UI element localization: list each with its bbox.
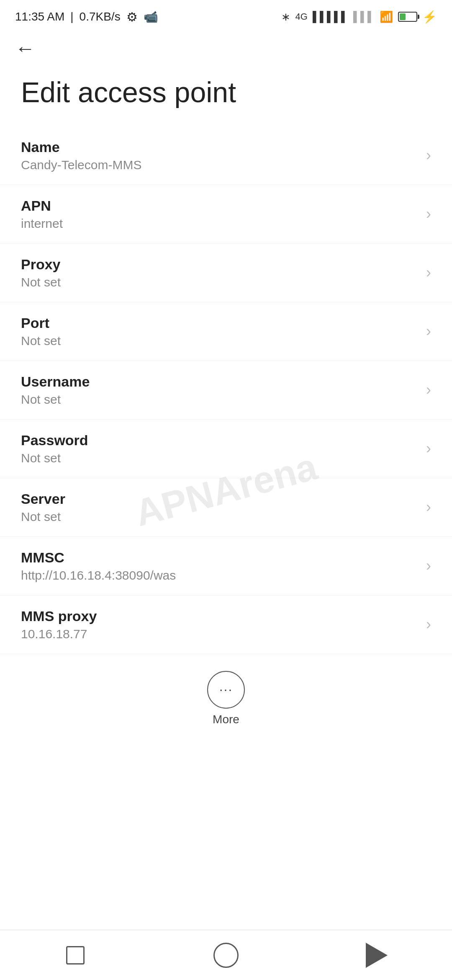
battery-fill (400, 13, 406, 20)
nav-back-button[interactable] (352, 939, 402, 972)
nav-home-button[interactable] (201, 939, 251, 972)
settings-label-server: Server (21, 491, 418, 507)
settings-item-content-mmsc: MMSC http://10.16.18.4:38090/was (21, 549, 418, 583)
chevron-right-name: › (426, 147, 431, 164)
settings-value-apn: internet (21, 217, 418, 231)
settings-list: Name Candy-Telecom-MMS › APN internet › … (0, 126, 452, 654)
settings-label-name: Name (21, 139, 418, 155)
settings-item-password[interactable]: Password Not set › (0, 420, 452, 478)
settings-item-mmsc[interactable]: MMSC http://10.16.18.4:38090/was › (0, 537, 452, 596)
settings-value-port: Not set (21, 334, 418, 348)
settings-item-content-apn: APN internet (21, 198, 418, 231)
nav-triangle-icon (366, 943, 388, 968)
wifi-icon: 📶 (380, 10, 393, 23)
status-bar: 11:35 AM | 0.7KB/s ⚙ 📹 ∗ 4G ▌▌▌▌▌ ▌▌▌ 📶 … (0, 0, 452, 30)
settings-value-username: Not set (21, 392, 418, 407)
settings-item-mms-proxy[interactable]: MMS proxy 10.16.18.77 › (0, 596, 452, 654)
chevron-right-port: › (426, 322, 431, 340)
chevron-right-password: › (426, 440, 431, 457)
settings-value-mms-proxy: 10.16.18.77 (21, 627, 418, 641)
settings-item-name[interactable]: Name Candy-Telecom-MMS › (0, 126, 452, 185)
bottom-nav (0, 930, 452, 980)
settings-label-username: Username (21, 374, 418, 390)
network-4g-icon: 4G (295, 11, 308, 22)
settings-item-apn[interactable]: APN internet › (0, 185, 452, 244)
status-right: ∗ 4G ▌▌▌▌▌ ▌▌▌ 📶 ⚡ (281, 10, 437, 24)
page-title: Edit access point (0, 63, 452, 126)
settings-item-content-password: Password Not set (21, 432, 418, 465)
chevron-right-mms-proxy: › (426, 616, 431, 633)
nav-circle-icon (213, 943, 239, 968)
battery-box (398, 12, 417, 22)
settings-value-proxy: Not set (21, 275, 418, 289)
more-button[interactable]: ··· (207, 671, 245, 709)
signal-bars2-icon: ▌▌▌ (353, 11, 375, 23)
bluetooth-icon: ∗ (281, 10, 290, 23)
settings-item-content-server: Server Not set (21, 491, 418, 524)
settings-label-port: Port (21, 315, 418, 331)
settings-item-port[interactable]: Port Not set › (0, 302, 452, 361)
more-button-area: ··· More (0, 654, 452, 739)
status-time: 11:35 AM (15, 10, 64, 23)
settings-label-password: Password (21, 432, 418, 449)
settings-icon: ⚙ (126, 10, 138, 24)
back-button[interactable]: ← (15, 39, 35, 59)
chevron-right-server: › (426, 498, 431, 516)
settings-label-proxy: Proxy (21, 256, 418, 273)
settings-value-server: Not set (21, 510, 418, 524)
nav-recents-button[interactable] (50, 939, 100, 972)
chevron-right-apn: › (426, 205, 431, 223)
status-speed: 0.7KB/s (80, 10, 121, 23)
settings-item-content-username: Username Not set (21, 374, 418, 407)
top-nav: ← (0, 30, 452, 63)
settings-label-mmsc: MMSC (21, 549, 418, 566)
settings-item-content-mms-proxy: MMS proxy 10.16.18.77 (21, 608, 418, 641)
chevron-right-mmsc: › (426, 557, 431, 575)
settings-item-server[interactable]: Server Not set › (0, 478, 452, 537)
settings-label-mms-proxy: MMS proxy (21, 608, 418, 624)
settings-item-proxy[interactable]: Proxy Not set › (0, 244, 452, 302)
settings-item-username[interactable]: Username Not set › (0, 361, 452, 420)
signal-bars-icon: ▌▌▌▌▌ (313, 11, 348, 23)
settings-item-content-port: Port Not set (21, 315, 418, 348)
settings-item-content-proxy: Proxy Not set (21, 256, 418, 289)
settings-item-content-name: Name Candy-Telecom-MMS (21, 139, 418, 172)
settings-label-apn: APN (21, 198, 418, 214)
more-dots-icon: ··· (219, 682, 233, 697)
settings-value-name: Candy-Telecom-MMS (21, 158, 418, 172)
status-left: 11:35 AM | 0.7KB/s ⚙ 📹 (15, 10, 158, 24)
video-icon: 📹 (144, 10, 158, 24)
settings-value-password: Not set (21, 451, 418, 465)
settings-value-mmsc: http://10.16.18.4:38090/was (21, 568, 418, 583)
status-separator: | (70, 10, 73, 23)
chevron-right-proxy: › (426, 264, 431, 281)
chevron-right-username: › (426, 381, 431, 399)
charging-icon: ⚡ (422, 10, 437, 24)
more-label: More (213, 713, 239, 726)
nav-square-icon (66, 946, 85, 965)
battery-indicator (398, 12, 417, 22)
